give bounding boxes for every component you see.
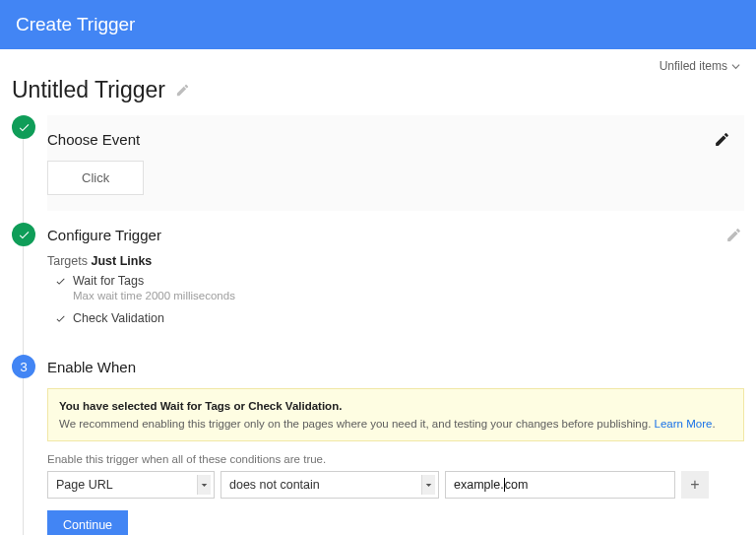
page-title: Untitled Trigger <box>12 77 165 103</box>
targets-prefix: Targets <box>47 254 91 268</box>
folder-label: Unfiled items <box>660 59 727 73</box>
wait-for-tags-line: Wait for Tags <box>55 274 744 288</box>
check-validation-line: Check Validation <box>55 311 744 325</box>
notice-body: We recommend enabling this trigger only … <box>59 418 655 430</box>
event-type-chip[interactable]: Click <box>47 161 144 195</box>
edit-title-button[interactable] <box>175 83 190 98</box>
add-condition-button[interactable]: + <box>681 471 709 499</box>
step1-title: Choose Event <box>47 131 140 148</box>
max-wait-label: Max wait time 2000 milliseconds <box>73 290 744 301</box>
check-icon <box>18 229 31 241</box>
variable-select[interactable]: Page URL <box>47 471 215 499</box>
wait-for-tags-label: Wait for Tags <box>73 274 144 288</box>
targets-line: Targets Just Links <box>47 254 744 268</box>
plus-icon: + <box>690 476 699 494</box>
step1-badge <box>12 115 35 139</box>
operator-value: does not contain <box>229 478 320 492</box>
continue-button[interactable]: Continue <box>47 510 128 535</box>
folder-selector[interactable]: Unfiled items <box>660 59 740 73</box>
step1-edit-button[interactable] <box>712 129 732 150</box>
pencil-icon <box>725 227 742 243</box>
step2-title: Configure Trigger <box>47 227 161 243</box>
value-before-caret: example <box>454 478 500 492</box>
dropdown-arrow-icon <box>197 475 211 495</box>
step3-number: 3 <box>20 360 27 374</box>
step2-badge <box>12 223 35 246</box>
step2-edit-button[interactable] <box>724 225 744 245</box>
pencil-icon <box>714 131 730 148</box>
dropdown-arrow-icon <box>421 475 435 495</box>
targets-value: Just Links <box>91 254 152 268</box>
chevron-down-icon <box>731 62 740 71</box>
operator-select[interactable]: does not contain <box>220 471 439 499</box>
step3-badge: 3 <box>12 355 35 378</box>
variable-value: Page URL <box>56 478 113 492</box>
learn-more-link[interactable]: Learn More <box>655 418 713 430</box>
app-header: Create Trigger <box>0 0 756 49</box>
header-title: Create Trigger <box>16 14 135 35</box>
step3-title: Enable When <box>47 359 136 375</box>
conditions-label: Enable this trigger when all of these co… <box>47 453 744 465</box>
check-icon <box>18 121 31 134</box>
condition-row: Page URL does not contain example.com + <box>47 471 744 499</box>
check-validation-label: Check Validation <box>73 311 164 325</box>
validation-notice: You have selected Wait for Tags or Check… <box>47 388 744 441</box>
value-after-caret: com <box>505 478 529 492</box>
value-input[interactable]: example.com <box>445 471 675 499</box>
check-icon <box>55 276 66 287</box>
check-icon <box>55 313 66 324</box>
notice-heading: You have selected Wait for Tags or Check… <box>59 398 732 415</box>
